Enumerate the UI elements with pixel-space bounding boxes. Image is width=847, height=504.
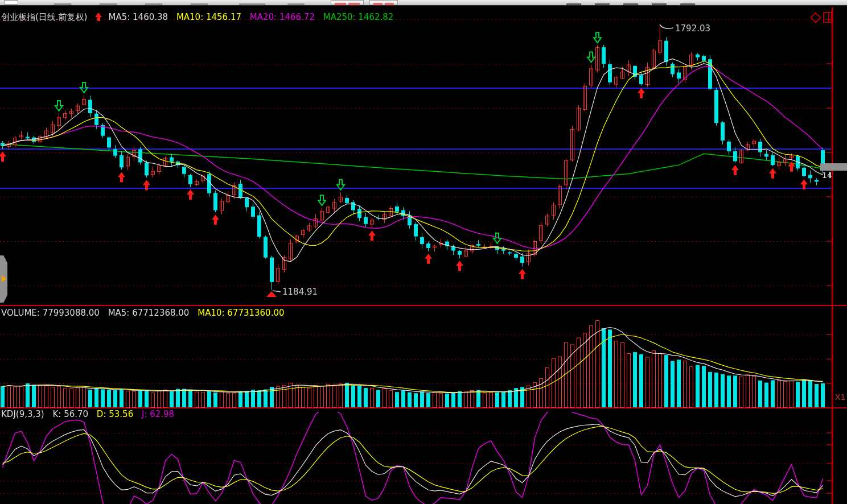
trading-app-window: 创业板指(日线.前复权)MA5: 1460.38 MA10: 1456.17 M… — [0, 0, 847, 504]
menubar-button-text-remnant — [348, 3, 360, 5]
price-axis-line — [832, 7, 833, 504]
last-price-marker — [820, 163, 847, 171]
menubar-window-icon[interactable] — [4, 0, 18, 5]
vol-ma10-value: MA10: 67731360.00 — [198, 308, 284, 318]
menubar-text-remnant — [191, 3, 208, 5]
kdj-j-value: J: 62.98 — [142, 409, 174, 419]
menubar-text-remnant — [652, 3, 667, 5]
menubar-button[interactable] — [369, 0, 398, 5]
menubar-text-remnant — [623, 3, 638, 5]
kdj-d-value: D: 53.56 — [97, 409, 133, 419]
ma10-value: MA10: 1456.17 — [176, 12, 241, 22]
menubar-text-remnant — [100, 3, 117, 5]
price-chart-canvas[interactable] — [0, 5, 847, 305]
volume-chart-canvas[interactable] — [0, 305, 847, 408]
ma5-value: MA5: 1460.38 — [108, 12, 168, 22]
menubar-button-text-remnant — [335, 3, 346, 5]
ma250-value: MA250: 1462.82 — [323, 12, 394, 22]
vol-ma5-value: MA5: 67712368.00 — [108, 308, 190, 318]
menubar-button-text-remnant — [385, 3, 394, 5]
menubar-button-text-remnant — [373, 3, 383, 5]
ma20-value: MA20: 1466.72 — [250, 12, 315, 22]
menubar-text-remnant — [680, 3, 695, 5]
kdj-title: KDJ(9,3,3) — [1, 409, 44, 419]
sidebar-expander-handle[interactable] — [0, 255, 7, 303]
menubar-text-remnant — [287, 3, 305, 5]
last-price-text: 14 — [822, 171, 832, 180]
instrument-title: 创业板指(日线.前复权) — [1, 12, 87, 22]
period-low-label: 1184.91 — [282, 287, 318, 297]
kdj-legend: KDJ(9,3,3) K: 56.70 D: 53.56 J: 62.98 — [1, 409, 180, 419]
menubar-text-remnant — [566, 3, 581, 5]
volume-value: VOLUME: 77993088.00 — [1, 308, 100, 318]
kdj-k-value: K: 56.70 — [52, 409, 88, 419]
up-arrow-icon — [95, 13, 102, 21]
page-split-icon[interactable] — [823, 12, 832, 23]
expand-arrow-icon — [2, 275, 6, 283]
volume-scale-multiplier: X1 — [835, 393, 846, 402]
menubar[interactable] — [0, 0, 847, 6]
menubar-button[interactable] — [331, 0, 364, 5]
kdj-chart-canvas[interactable] — [0, 408, 847, 504]
menubar-text-remnant — [239, 3, 265, 5]
price-legend: 创业板指(日线.前复权)MA5: 1460.38 MA10: 1456.17 M… — [1, 12, 399, 23]
menubar-text-remnant — [595, 3, 610, 5]
volume-legend: VOLUME: 77993088.00 MA5: 67712368.00 MA1… — [1, 308, 290, 318]
menubar-text-remnant — [145, 3, 162, 5]
period-high-label: 1792.03 — [675, 23, 710, 34]
menubar-text-remnant — [54, 3, 71, 5]
